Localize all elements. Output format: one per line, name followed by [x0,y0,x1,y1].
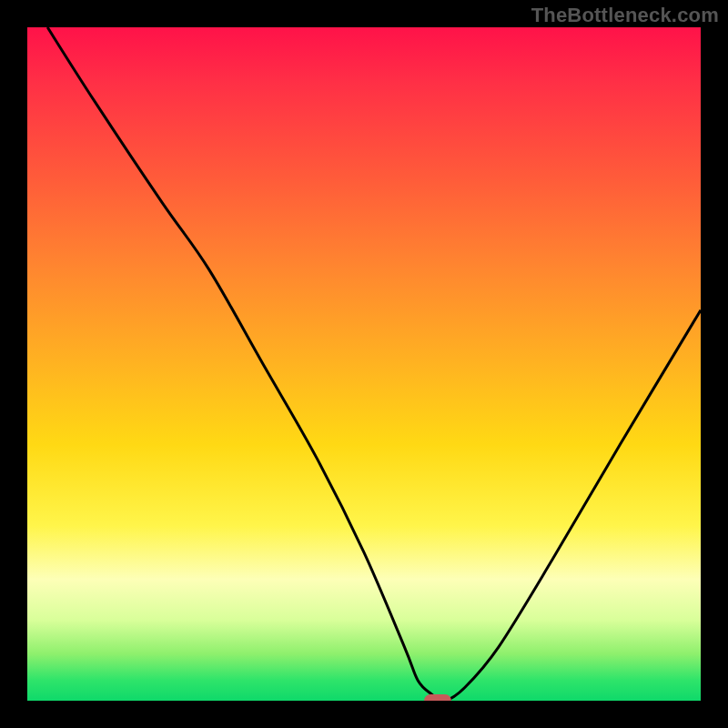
plot-area [27,27,701,701]
curve-path [47,27,701,701]
bottleneck-curve [27,27,701,701]
chart-frame: TheBottleneck.com [0,0,728,728]
minimum-marker [424,694,451,701]
watermark-text: TheBottleneck.com [531,4,719,27]
